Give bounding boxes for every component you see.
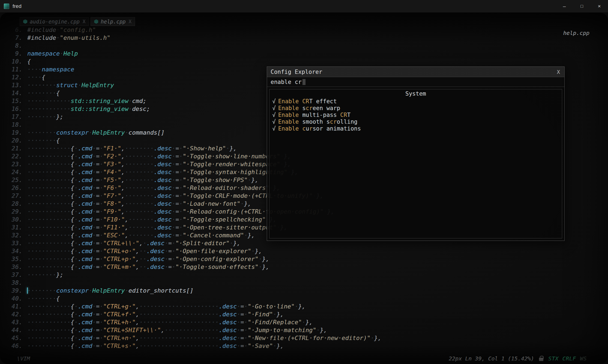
- config-option[interactable]: √Enable multi-pass CRT: [269, 112, 562, 119]
- config-option[interactable]: √Enable smooth scrolling: [269, 119, 562, 125]
- token-sd: "·Open·config·explorer": [175, 256, 259, 262]
- cpp-file-icon: [23, 19, 27, 24]
- line-number: 33.: [5, 239, 22, 247]
- status-flag-stx[interactable]: STX: [548, 355, 559, 362]
- token-ws: ·: [92, 327, 96, 333]
- token-pu: {: [71, 256, 74, 262]
- minimize-button[interactable]: –: [556, 0, 573, 13]
- token-pu: {: [71, 335, 74, 341]
- token-sd: "·Show·help": [183, 145, 226, 152]
- maximize-button[interactable]: □: [573, 0, 591, 13]
- token-pu: ,: [136, 248, 139, 254]
- token-ws: ··: [139, 263, 147, 270]
- token-ws: ··: [139, 256, 147, 262]
- checkbox-checked-icon[interactable]: √: [272, 112, 276, 118]
- code-text: ············{·.cmd·=·"CTRL+m·",··.desc·=…: [27, 263, 269, 271]
- token-ws: ·: [74, 240, 78, 247]
- code-line[interactable]: 39.········constexpr·HelpEntry·editor_sh…: [5, 287, 381, 295]
- token-ws: ·: [259, 256, 262, 262]
- token-ws: ·: [100, 169, 103, 175]
- token-pu: };: [56, 271, 64, 278]
- search-query-text: enable cr: [271, 79, 302, 85]
- code-line[interactable]: 10.{: [5, 57, 381, 65]
- code-line[interactable]: 38.: [5, 279, 381, 287]
- config-search-input[interactable]: enable cr: [267, 77, 564, 87]
- code-line[interactable]: 46.············{·.cmd·=·"CTRL+s·",······…: [5, 342, 381, 350]
- token-me: .desc: [154, 216, 172, 223]
- token-pu: ,: [136, 335, 139, 341]
- line-number: 46.: [5, 342, 22, 350]
- config-explorer-dialog: Config Explorer X enable cr System √Enab…: [267, 66, 565, 241]
- checkbox-checked-icon[interactable]: √: [272, 119, 276, 125]
- token-ws: ····: [27, 74, 42, 81]
- token-ws: ·: [179, 145, 182, 152]
- token-ws: ·: [78, 82, 81, 89]
- token-me: .cmd: [78, 208, 92, 215]
- close-button[interactable]: ×: [591, 0, 608, 13]
- code-text: ············{·.cmd·=·"CTRL+SHIFT+\\·",··…: [27, 326, 327, 334]
- code-line[interactable]: 44.············{·.cmd·=·"CTRL+SHIFT+\\·"…: [5, 326, 381, 334]
- token-me: .desc: [154, 192, 172, 199]
- code-line[interactable]: 35.············{·.cmd·=·"CTRL+p·",··.des…: [5, 255, 381, 263]
- token-ws: ··: [139, 248, 147, 254]
- token-sd: "·Find/Replace": [248, 319, 302, 326]
- code-line[interactable]: 41.············{·.cmd·=·"CTRL+g·",······…: [5, 302, 381, 310]
- token-pu: ,: [121, 184, 125, 191]
- token-me: .cmd: [78, 177, 92, 183]
- token-ty: HelpEntry: [82, 82, 114, 89]
- dialog-close-icon[interactable]: X: [557, 69, 560, 75]
- code-line[interactable]: 40.········{: [5, 295, 381, 302]
- config-explorer-titlebar[interactable]: Config Explorer X: [267, 67, 564, 77]
- token-ws: ······················: [139, 335, 219, 341]
- token-me: .cmd: [78, 256, 92, 262]
- token-eq: =: [96, 335, 100, 341]
- token-ws: ·: [56, 34, 60, 41]
- status-flag-ws[interactable]: WS: [580, 355, 587, 362]
- token-ws: ············: [27, 240, 71, 247]
- code-line[interactable]: 45.············{·.cmd·=·"CTRL+n·",······…: [5, 334, 381, 342]
- token-eq: =: [175, 200, 179, 207]
- token-ty: std::string_view: [71, 98, 128, 104]
- checkbox-checked-icon[interactable]: √: [272, 98, 276, 105]
- tab-close-icon[interactable]: X: [83, 19, 85, 24]
- code-text: ············{·.cmd·=·"F6·",········.desc…: [27, 184, 280, 192]
- code-line[interactable]: 8.: [5, 42, 381, 50]
- code-line[interactable]: 34.············{·.cmd·=·"CTRL+o·",··.des…: [5, 247, 381, 255]
- code-text: ········struct·HelpEntry: [27, 81, 114, 89]
- token-ws: ······················: [139, 311, 219, 318]
- code-line[interactable]: 7.#include·"enum-utils.h": [5, 34, 381, 42]
- token-pu: {: [27, 58, 31, 65]
- checkbox-checked-icon[interactable]: √: [272, 105, 276, 111]
- token-pu: {: [71, 263, 74, 270]
- code-line[interactable]: 42.············{·.cmd·=·"CTRL+f·",······…: [5, 310, 381, 318]
- config-option[interactable]: √Enable cursor animations: [269, 125, 562, 132]
- token-pu: {: [71, 184, 74, 191]
- token-sd: "·Toggle·spellchecking": [183, 216, 266, 223]
- code-text: ············{·.cmd·=·"F1·",········.desc…: [27, 144, 237, 152]
- token-ws: ·: [74, 177, 78, 183]
- token-eq: =: [175, 192, 179, 199]
- tab-audio-engine[interactable]: audio-engine.cpp X: [20, 17, 89, 26]
- token-ws: ············: [27, 98, 71, 104]
- config-option[interactable]: √Enable screen warp: [269, 105, 562, 112]
- status-flag-crlf[interactable]: CRLF: [562, 355, 576, 362]
- token-ws: ·: [179, 224, 182, 231]
- code-line[interactable]: 6.#include·"config.h": [5, 26, 381, 34]
- token-ws: ············: [27, 200, 71, 207]
- token-st: "CTRL+g·": [103, 303, 136, 310]
- token-ws: ·: [74, 145, 78, 152]
- option-label-part: CR: [340, 112, 347, 118]
- status-right-cluster: 22px Ln 39, Col 1 (15.42%) STXCRLFWS: [449, 355, 608, 362]
- token-me: .cmd: [78, 342, 92, 349]
- token-eq: =: [96, 311, 100, 318]
- tab-help[interactable]: help.cpp X: [91, 17, 135, 26]
- tab-close-icon[interactable]: X: [129, 19, 131, 24]
- line-number: 27.: [5, 192, 22, 200]
- config-option[interactable]: √Enable CRT effect: [269, 98, 562, 105]
- code-line[interactable]: 37.········};: [5, 271, 381, 279]
- token-ws: ············: [27, 256, 71, 262]
- code-line[interactable]: 36.············{·.cmd·=·"CTRL+m·",··.des…: [5, 263, 381, 271]
- checkbox-checked-icon[interactable]: √: [272, 125, 276, 132]
- code-line[interactable]: 9.namespace·Help: [5, 50, 381, 57]
- code-line[interactable]: 43.············{·.cmd·=·"CTRL+h·",······…: [5, 318, 381, 326]
